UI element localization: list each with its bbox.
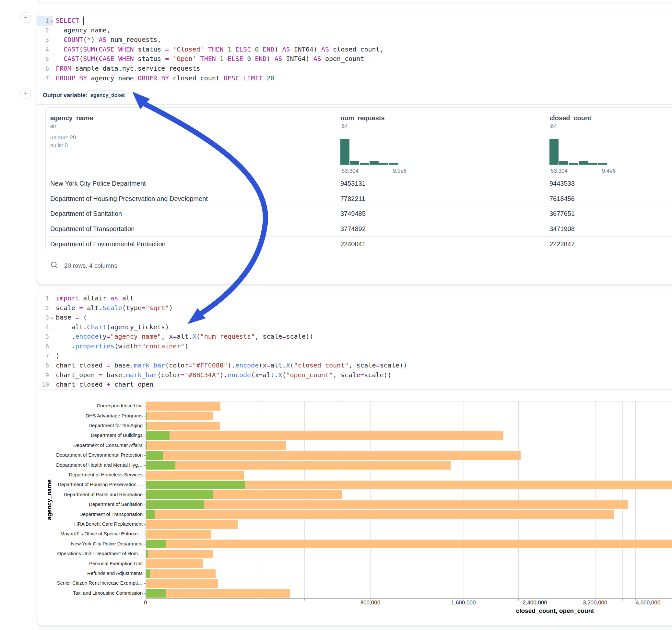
hist-max-label: 9.5e6 <box>393 168 407 174</box>
line-number: 1 <box>37 16 49 26</box>
line-number: 1 <box>37 294 49 303</box>
code-line: scale = alt.Scale(type="sqrt") <box>56 303 173 313</box>
code-line: COUNT(*) AS num_requests, <box>56 35 161 45</box>
line-number: 6 <box>37 64 49 74</box>
table-row[interactable]: Department of Transportation377489234719… <box>46 221 672 236</box>
code-line: import altair as alt <box>56 294 134 303</box>
table-cell: Department of Environmental Protection <box>50 240 166 248</box>
dataframe-table: agency_namestrunique: 20nulls: 0num_requ… <box>45 107 672 251</box>
line-number: 2 <box>37 26 49 35</box>
table-cell: 3677651 <box>549 210 575 217</box>
fold-chevron-icon[interactable] <box>50 316 54 320</box>
code-line: chart_closed = base.mark_bar(color="#FFC… <box>56 361 407 370</box>
line-number: 6 <box>37 342 49 351</box>
table-cell: Department of Sanitation <box>50 210 122 217</box>
python-editor[interactable]: 1import altair as alt2scale = alt.Scale(… <box>37 291 672 390</box>
add-cell-button-top[interactable]: + <box>20 12 31 23</box>
output-variable-row: Output variable: agency_tickets <box>37 86 672 105</box>
column-header[interactable]: agency_name <box>50 114 93 122</box>
code-line: .properties(width="container") <box>56 342 188 351</box>
sql-cell: 1SELECT 2 agency_name,3 COUNT(*) AS num_… <box>37 12 672 284</box>
table-cell: 2222847 <box>549 240 575 248</box>
next-cell-edge <box>37 629 672 630</box>
table-cell: 7782211 <box>340 195 365 202</box>
hist-min-label: 53,304 <box>342 168 359 174</box>
code-line: alt.Chart(agency_tickets) <box>56 322 169 332</box>
output-variable-chip[interactable]: agency_tickets <box>87 91 125 100</box>
table-row[interactable]: Department of Housing Preservation and D… <box>46 191 672 206</box>
code-line: .encode(y="agency_name", x=alt.X("num_re… <box>56 332 313 342</box>
line-number: 3 <box>37 35 49 45</box>
code-line: CAST(SUM(CASE WHEN status = 'Open' THEN … <box>56 54 364 64</box>
table-cell: 2240041 <box>340 240 366 248</box>
table-cell: 9453131 <box>340 179 366 187</box>
add-cell-button-middle[interactable]: + <box>20 88 31 98</box>
table-cell: 7618456 <box>549 195 575 202</box>
column-header[interactable]: closed_count <box>549 114 591 122</box>
code-line: ) <box>56 351 59 361</box>
line-number: 4 <box>37 45 49 54</box>
code-line: FROM sample_data.nyc.service_requests <box>56 64 200 74</box>
line-number: 5 <box>37 54 49 64</box>
previous-cell-edge <box>37 0 672 2</box>
table-cell: 3749485 <box>340 210 366 217</box>
line-number: 3 <box>37 313 49 322</box>
line-number: 7 <box>37 74 49 83</box>
row-count-label: 20 rows, 4 columns <box>64 262 117 269</box>
code-line: chart_closed + chart_open <box>56 380 153 390</box>
column-histogram <box>549 139 608 165</box>
column-stat: nulls: 0 <box>50 142 68 149</box>
table-cell: New York City Police Department <box>50 179 146 187</box>
column-stat: unique: 20 <box>50 135 76 141</box>
column-type: str <box>50 123 56 130</box>
search-icon[interactable] <box>50 261 59 269</box>
table-cell: Department of Housing Preservation and D… <box>50 195 208 202</box>
line-number: 5 <box>37 332 49 342</box>
sql-editor[interactable]: 1SELECT 2 agency_name,3 COUNT(*) AS num_… <box>37 12 672 86</box>
line-number: 4 <box>37 322 49 332</box>
column-header[interactable]: num_requests <box>340 114 385 122</box>
column-histogram <box>340 139 399 165</box>
table-cell: 9443533 <box>549 179 575 187</box>
code-line: agency_name, <box>56 26 111 35</box>
line-number: 10 <box>37 380 49 390</box>
table-cell: Department of Transportation <box>50 225 135 233</box>
column-type: i64 <box>549 123 557 130</box>
code-line: SELECT <box>56 16 83 26</box>
table-cell: 3471908 <box>549 225 575 233</box>
table-cell: 3774892 <box>340 225 366 233</box>
table-row[interactable]: Department of Environmental Protection22… <box>46 236 672 251</box>
notebook-page: + + 1SELECT 2 agency_name,3 COUNT(*) AS … <box>0 0 672 630</box>
code-line: CAST(SUM(CASE WHEN status = 'Closed' THE… <box>56 45 384 54</box>
code-line: chart_open = base.mark_bar(color="#8BC34… <box>56 370 391 380</box>
python-cell: 1import altair as alt2scale = alt.Scale(… <box>37 291 672 626</box>
hist-min-label: 53,304 <box>551 168 568 174</box>
code-line: base = ( <box>56 313 87 322</box>
table-row[interactable]: Department of Sanitation37494853677651 <box>46 206 672 221</box>
line-number: 9 <box>37 370 49 380</box>
output-variable-label: Output variable: <box>43 92 88 99</box>
text-cursor <box>83 17 83 25</box>
line-number: 7 <box>37 351 49 361</box>
fold-chevron-icon[interactable] <box>50 20 54 23</box>
column-type: i64 <box>340 123 348 130</box>
code-line: GROUP BY agency_name ORDER BY closed_cou… <box>56 74 274 83</box>
line-number: 8 <box>37 361 49 370</box>
line-number: 2 <box>37 303 49 313</box>
hist-max-label: 9.4e6 <box>602 168 616 174</box>
table-row[interactable]: New York City Police Department945313194… <box>46 176 672 191</box>
